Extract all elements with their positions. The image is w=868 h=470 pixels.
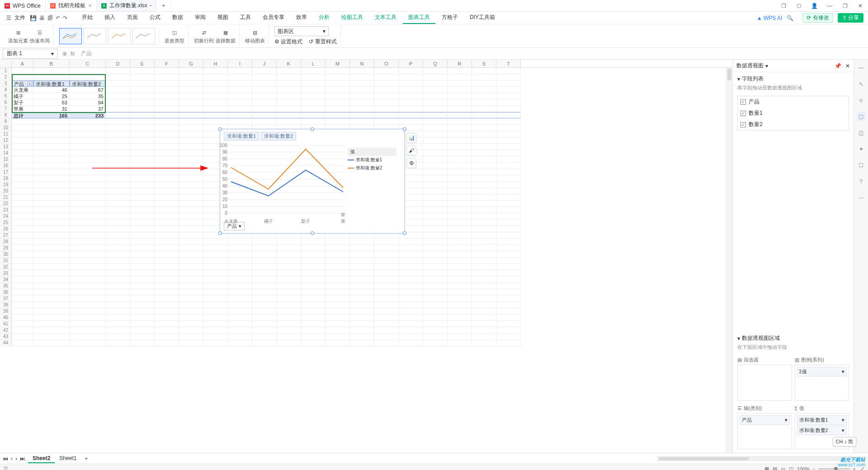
cell[interactable] [326,308,350,315]
cell[interactable] [326,99,350,106]
row-header[interactable]: 40 [0,315,12,321]
cell[interactable] [350,289,374,296]
cell[interactable] [33,118,70,125]
cell[interactable] [33,144,70,150]
cell[interactable] [252,68,277,74]
cell[interactable] [106,226,130,232]
spreadsheet-grid[interactable]: ABCDEFGHIJKLMNOPQRST 123产品▾求和项:数量1求和项:数量… [0,60,732,453]
checkbox-icon[interactable] [741,111,746,116]
cell[interactable] [106,327,130,334]
cell[interactable] [472,169,496,175]
cell[interactable] [496,340,521,346]
cell[interactable] [301,112,326,118]
resize-handle[interactable] [311,127,314,131]
cell[interactable] [448,156,472,163]
cell[interactable] [423,226,448,232]
cell[interactable] [423,321,448,327]
cell[interactable] [350,93,374,99]
close-panel-icon[interactable]: ✕ [845,63,850,69]
cell[interactable] [106,112,130,118]
cell[interactable] [33,169,70,175]
cell[interactable] [423,201,448,207]
cell[interactable] [12,175,33,182]
row-header[interactable]: 37 [0,296,12,302]
row-header[interactable]: 21 [0,194,12,201]
cell[interactable] [399,251,423,258]
cell[interactable] [301,99,326,106]
cell[interactable] [12,182,33,188]
cell[interactable] [374,258,399,264]
column-header[interactable]: M [326,60,350,67]
cell[interactable] [399,270,423,277]
cell[interactable] [12,232,33,239]
cell[interactable] [228,99,252,106]
sheet-tab[interactable]: Sheet1 [55,454,81,463]
cell[interactable] [203,334,228,340]
column-header[interactable]: F [155,60,179,67]
cell[interactable] [252,340,277,346]
chevron-down-icon[interactable]: ▾ [765,63,768,69]
cell[interactable] [106,144,130,150]
cell[interactable] [228,296,252,302]
cell[interactable] [374,302,399,308]
cell[interactable] [423,340,448,346]
cell[interactable] [350,264,374,270]
cell[interactable] [12,239,33,245]
cell[interactable] [106,175,130,182]
cell[interactable] [155,315,179,321]
cell[interactable] [423,150,448,156]
cell[interactable] [228,308,252,315]
cell[interactable] [472,182,496,188]
cell[interactable] [70,220,106,226]
cell[interactable] [106,296,130,302]
cell[interactable]: 总计 [12,112,33,118]
cell[interactable] [423,74,448,80]
row-header[interactable]: 33 [0,270,12,277]
cell[interactable] [130,334,155,340]
cell[interactable] [155,226,179,232]
cell[interactable] [106,258,130,264]
cell[interactable] [277,302,301,308]
cell[interactable] [472,264,496,270]
cell[interactable] [130,220,155,226]
cell[interactable] [179,87,203,93]
cell[interactable] [448,80,472,87]
ribbon-tab[interactable]: 绘图工具 [336,12,368,24]
row-header[interactable]: 1 [0,68,12,74]
cell[interactable] [423,106,448,112]
cell[interactable] [130,321,155,327]
cell[interactable] [448,258,472,264]
cell[interactable] [33,258,70,264]
cell[interactable] [155,137,179,144]
checkbox-icon[interactable] [741,122,746,127]
minimize-button[interactable]: — [822,3,837,9]
cell[interactable] [423,302,448,308]
cell[interactable] [228,302,252,308]
row-header[interactable]: 13 [0,144,12,150]
cell[interactable] [252,87,277,93]
cell[interactable] [374,264,399,270]
cell[interactable] [155,106,179,112]
cell[interactable] [399,87,423,93]
cell[interactable] [326,321,350,327]
cell[interactable] [301,118,326,125]
cell[interactable] [277,80,301,87]
cell[interactable] [423,264,448,270]
cell[interactable] [252,258,277,264]
cell[interactable] [301,264,326,270]
ribbon-tab[interactable]: 方格子 [436,12,463,24]
cell[interactable] [70,239,106,245]
cell[interactable] [70,144,106,150]
cell[interactable] [496,112,521,118]
column-header[interactable]: D [106,60,130,67]
cell[interactable] [179,289,203,296]
cell[interactable] [399,296,423,302]
cell[interactable] [252,315,277,321]
cell[interactable] [33,207,70,213]
column-header[interactable]: O [374,60,399,67]
column-header[interactable]: P [399,60,423,67]
cell[interactable] [130,156,155,163]
column-header[interactable]: K [277,60,301,67]
document-tab[interactable]: WWPS Office [0,0,46,11]
cell[interactable] [70,213,106,220]
